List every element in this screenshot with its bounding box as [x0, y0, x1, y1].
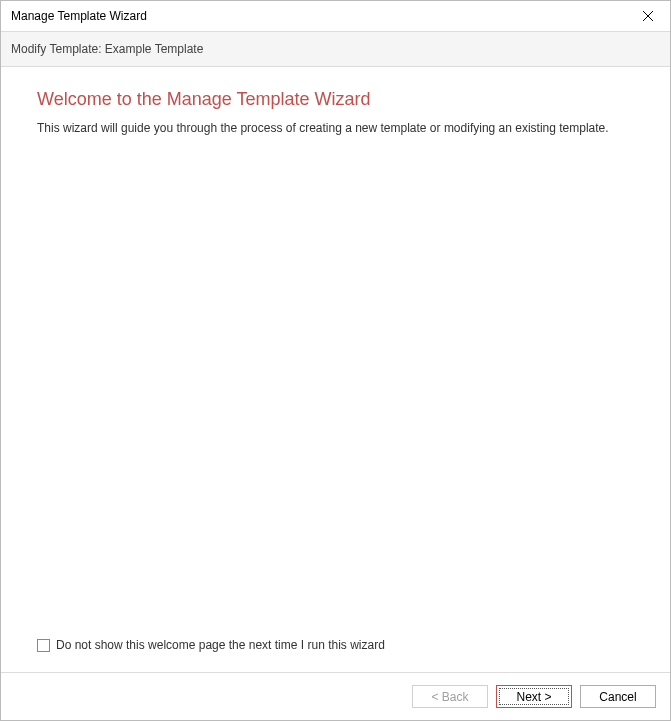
page-heading: Welcome to the Manage Template Wizard [37, 89, 634, 110]
cancel-button[interactable]: Cancel [580, 685, 656, 708]
close-button[interactable] [626, 1, 670, 31]
skip-welcome-label: Do not show this welcome page the next t… [56, 638, 385, 652]
close-icon [643, 11, 653, 21]
next-button[interactable]: Next > [496, 685, 572, 708]
window-title: Manage Template Wizard [11, 9, 147, 23]
subheader-text: Modify Template: Example Template [11, 42, 203, 56]
titlebar: Manage Template Wizard [1, 1, 670, 31]
back-button: < Back [412, 685, 488, 708]
skip-welcome-checkbox[interactable] [37, 639, 50, 652]
footer: < Back Next > Cancel [1, 672, 670, 720]
skip-welcome-checkbox-row[interactable]: Do not show this welcome page the next t… [37, 638, 634, 652]
page-description: This wizard will guide you through the p… [37, 120, 634, 137]
subheader: Modify Template: Example Template [1, 31, 670, 67]
content-spacer [37, 137, 634, 638]
content-area: Welcome to the Manage Template Wizard Th… [1, 67, 670, 672]
